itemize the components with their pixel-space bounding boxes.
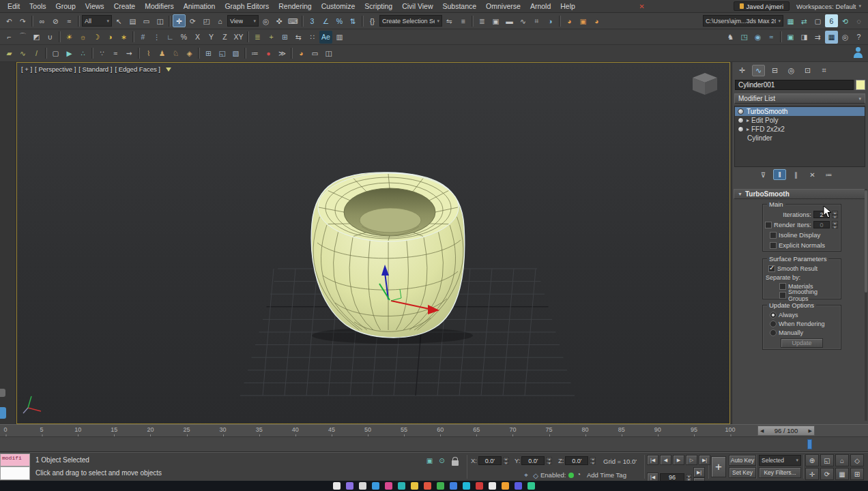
- isoline-display-checkbox[interactable]: [770, 232, 777, 239]
- go-start-icon[interactable]: |◀: [647, 455, 659, 465]
- select-and-move-icon[interactable]: ✛: [173, 14, 186, 27]
- space-warp-icon[interactable]: ≈: [109, 47, 122, 60]
- zoom-icon[interactable]: ⊕: [805, 454, 819, 466]
- menu-civil-view[interactable]: Civil View: [397, 0, 437, 12]
- taskbar-app-icon[interactable]: [527, 482, 535, 490]
- select-by-name-icon[interactable]: ▤: [126, 14, 139, 27]
- mirror-icon[interactable]: ⇋: [443, 14, 456, 27]
- viewport-pov-menu[interactable]: [ Perspective ]: [35, 65, 76, 73]
- maximize-viewport-toggle-icon[interactable]: ⊞: [850, 468, 864, 480]
- menu-create[interactable]: Create: [109, 0, 141, 12]
- viewport-shading-menu[interactable]: [ Edged Faces ]: [115, 65, 160, 73]
- spline-overlap-icon[interactable]: ∪: [44, 31, 57, 44]
- axis-plane-lock-icon[interactable]: XY: [232, 31, 245, 44]
- per-view-filter-icon[interactable]: [166, 68, 171, 72]
- expand-caret-icon[interactable]: ▸: [747, 117, 749, 123]
- expand-caret-icon[interactable]: ▸: [747, 126, 749, 132]
- utilities-tab[interactable]: ⌗: [818, 65, 830, 76]
- view-cube[interactable]: [693, 73, 717, 95]
- select-and-rotate-icon[interactable]: ⟳: [186, 14, 199, 27]
- taskbar-app-icon[interactable]: [372, 482, 379, 490]
- visibility-toggle-icon[interactable]: [738, 108, 744, 115]
- docked-window-tab-active[interactable]: [0, 407, 6, 419]
- taskbar-app-icon[interactable]: [463, 482, 470, 490]
- x-spinner[interactable]: ▴▾: [503, 457, 509, 464]
- render-production-icon[interactable]: ◕: [590, 14, 603, 27]
- unlink-selection-icon[interactable]: ⊘: [49, 14, 62, 27]
- select-and-manipulate-icon[interactable]: ✜: [273, 14, 286, 27]
- axis-lock-z-icon[interactable]: Z: [218, 31, 231, 44]
- bones-icon[interactable]: ⌇: [142, 47, 155, 60]
- time-slider-handle[interactable]: ◀ 96 / 100 ▶: [757, 426, 815, 436]
- maxscript-mini-listener-macro[interactable]: modifi: [0, 453, 30, 466]
- help-bubble-icon[interactable]: ?: [852, 31, 865, 44]
- schematic-view-icon[interactable]: ⌗: [530, 14, 543, 27]
- mcg-horse-icon[interactable]: ♞: [724, 31, 737, 44]
- taskbar-app-icon[interactable]: [385, 482, 392, 490]
- set-key-button[interactable]: Set Key: [729, 467, 756, 478]
- animation-layers-icon[interactable]: ≈: [765, 31, 778, 44]
- graphite-modeling-icon[interactable]: ▰: [3, 47, 16, 60]
- selection-lock-icon[interactable]: [452, 460, 459, 466]
- object-color-swatch[interactable]: [856, 80, 865, 90]
- turbosmooth-rollout-header[interactable]: ▼ TurboSmooth: [734, 189, 866, 199]
- taskbar-app-icon[interactable]: [450, 482, 457, 490]
- iterations-spinner[interactable]: ▴▾: [832, 211, 838, 218]
- listener-icon[interactable]: ≫: [276, 47, 289, 60]
- zoom-region-icon[interactable]: ◱: [820, 454, 834, 466]
- modifier-stack-item-edit-poly[interactable]: ▸Edit Poly: [735, 116, 865, 125]
- user-account-button[interactable]: Javed Ajmeri: [734, 1, 790, 11]
- go-end-icon[interactable]: ▶|: [699, 455, 710, 465]
- menu-scripting[interactable]: Scripting: [360, 0, 397, 12]
- populate-icon[interactable]: ▶: [63, 47, 76, 60]
- array-icon[interactable]: ∷: [306, 31, 319, 44]
- viewport-layout-icon[interactable]: ▢: [811, 14, 824, 27]
- taskbar-app-icon[interactable]: [398, 482, 405, 490]
- macro-record-icon[interactable]: ●: [262, 47, 275, 60]
- rendered-frame-window-icon[interactable]: ▣: [577, 14, 590, 27]
- selection-filter-dropdown[interactable]: All▾: [82, 15, 112, 27]
- docked-window-tab[interactable]: [0, 389, 5, 397]
- grid-snap-icon[interactable]: #: [136, 31, 149, 44]
- isolate-selection-toggle-icon[interactable]: ⊙: [437, 456, 447, 466]
- prev-frame-icon[interactable]: ◀: [660, 455, 671, 465]
- manually-radio[interactable]: [770, 329, 777, 336]
- menu-modifiers[interactable]: Modifiers: [140, 0, 179, 12]
- taskbar-app-icon[interactable]: [437, 482, 444, 490]
- hierarchy-tab[interactable]: ⊟: [768, 65, 781, 76]
- use-pivot-point-icon[interactable]: ◎: [259, 14, 272, 27]
- display-tab[interactable]: ⊡: [801, 65, 814, 76]
- curve-editor-icon[interactable]: ∿: [517, 14, 530, 27]
- section-icon[interactable]: ◩: [30, 31, 43, 44]
- edge-snap-icon[interactable]: ∟: [164, 31, 177, 44]
- align-icon[interactable]: ≡: [457, 14, 469, 27]
- sync-icon[interactable]: ⟲: [839, 14, 852, 27]
- menu-omniverse[interactable]: Omniverse: [481, 0, 525, 12]
- axis-lock-x-icon[interactable]: X: [191, 31, 204, 44]
- frame-spinner[interactable]: ▴▾: [686, 474, 692, 481]
- smooth-result-checkbox[interactable]: [768, 265, 775, 272]
- safe-frames-icon[interactable]: ▭: [308, 47, 321, 60]
- render-iters-checkbox[interactable]: [765, 222, 772, 228]
- render-iters-spinner[interactable]: ▴▾: [832, 221, 838, 228]
- pin-stack-icon[interactable]: ⊽: [757, 169, 770, 180]
- enabled-status-dot[interactable]: [568, 473, 574, 478]
- angle-snap-icon[interactable]: ∠: [319, 14, 332, 27]
- menu-customize[interactable]: Customize: [317, 0, 360, 12]
- time-slider[interactable]: 0510152025303540455055606570758085909510…: [0, 424, 868, 437]
- redo-icon[interactable]: ↷: [16, 14, 29, 27]
- notifications-badge-icon[interactable]: 6: [825, 14, 838, 27]
- error-icon[interactable]: ✕: [639, 3, 644, 10]
- after-effects-link-icon[interactable]: Ae: [319, 31, 332, 44]
- moonlight-icon[interactable]: ☽: [90, 31, 103, 44]
- beanbag-chair-model[interactable]: [311, 173, 473, 344]
- prev-frame-arrow-icon[interactable]: ◀: [760, 428, 764, 434]
- uvw-editor-icon[interactable]: ⊞: [202, 47, 215, 60]
- spinner-snap-icon[interactable]: ⇅: [347, 14, 360, 27]
- menu-edit[interactable]: Edit: [3, 0, 25, 12]
- fov-icon[interactable]: ◇: [850, 454, 864, 466]
- viewport-plus-menu[interactable]: [ + ]: [21, 65, 32, 73]
- menu-rendering[interactable]: Rendering: [274, 0, 316, 12]
- orbit-icon[interactable]: ⟳: [820, 468, 834, 480]
- object-paint-icon[interactable]: ▢: [49, 47, 62, 60]
